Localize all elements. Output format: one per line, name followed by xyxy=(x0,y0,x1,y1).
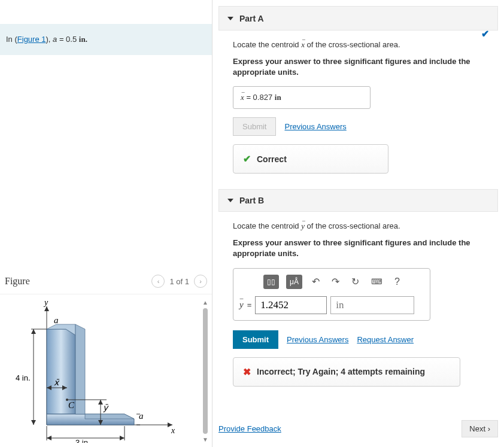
scroll-down-icon[interactable]: ▼ xyxy=(202,436,208,443)
equals: = 0.5 xyxy=(57,35,79,44)
three-in-label: 3 in. xyxy=(75,438,90,443)
y-axis-label: y xyxy=(43,299,48,307)
part-b-request-answer-link[interactable]: Request Answer xyxy=(357,335,414,344)
right-pane: Part A ✔ Locate the centroid x of the cr… xyxy=(212,0,504,447)
undo-button[interactable]: ↶ xyxy=(309,275,322,288)
part-b-btn-row: Submit Previous Answers Request Answer xyxy=(233,330,484,349)
ybar-label: y xyxy=(239,300,244,310)
x-icon: ✖ xyxy=(243,366,251,378)
a-right-label: a xyxy=(139,411,144,421)
correct-label: Correct xyxy=(257,154,287,164)
eq-sign: = xyxy=(247,300,252,309)
check-icon: ✔ xyxy=(243,153,251,165)
part-b-toolbar: ▯▯ μÅ ↶ ↷ ↻ ⌨ ? xyxy=(239,275,424,289)
part-b-prompt: Locate the centroid y of the cross-secti… xyxy=(233,221,484,232)
svg-marker-15 xyxy=(98,400,103,405)
part-a-answer: x = 0.827 in xyxy=(233,86,371,109)
svg-marker-7 xyxy=(31,329,36,334)
part-a-check-icon: ✔ xyxy=(481,28,489,39)
figure-body: y x xyxy=(0,294,212,447)
svg-marker-3 xyxy=(44,306,49,311)
part-b-input-row: y = xyxy=(239,296,424,314)
figure-section: Figure ‹ 1 of 1 › y x xyxy=(0,269,212,447)
reset-button[interactable]: ↻ xyxy=(349,275,362,288)
part-a-btn-row: Submit Previous Answers xyxy=(233,117,484,136)
figure-title: Figure xyxy=(5,276,30,287)
unit-in: in. xyxy=(79,35,87,44)
figure-nav: ‹ 1 of 1 › xyxy=(151,275,207,288)
part-b-header[interactable]: Part B xyxy=(218,189,498,212)
part-b-submit-button[interactable]: Submit xyxy=(233,330,278,349)
special-chars-button[interactable]: μÅ xyxy=(286,275,302,289)
part-b-body: Locate the centroid y of the cross-secti… xyxy=(218,212,498,396)
part-b-input-area: ▯▯ μÅ ↶ ↷ ↻ ⌨ ? y = xyxy=(233,268,430,321)
bottom-row: Provide Feedback Next › xyxy=(218,396,498,443)
scroll-thumb[interactable] xyxy=(203,308,208,434)
part-a-title: Part A xyxy=(239,14,264,23)
a-top-label: a xyxy=(54,315,59,325)
intro-prefix: In ( xyxy=(6,35,17,44)
templates-button[interactable]: ▯▯ xyxy=(263,275,279,289)
part-a-prompt: Locate the centroid x of the cross-secti… xyxy=(233,40,484,50)
intro-after: ), xyxy=(46,35,53,44)
part-a-panel: Part A ✔ Locate the centroid x of the cr… xyxy=(218,6,498,183)
part-a-body: Locate the centroid x of the cross-secti… xyxy=(218,31,498,183)
provide-feedback-link[interactable]: Provide Feedback xyxy=(218,424,281,433)
four-in-label: 4 in. xyxy=(16,373,31,382)
scroll-up-icon[interactable]: ▲ xyxy=(202,299,208,306)
figure-link[interactable]: Figure 1 xyxy=(17,35,46,44)
figure-next-button[interactable]: › xyxy=(194,275,207,288)
part-b-panel: Part B Locate the centroid y of the cros… xyxy=(218,189,498,396)
svg-marker-8 xyxy=(31,420,36,425)
part-a-prev-answers-link[interactable]: Previous Answers xyxy=(284,122,346,131)
part-b-value-input[interactable] xyxy=(255,296,327,314)
figure-pager: 1 of 1 xyxy=(169,277,189,286)
part-a-hint: Express your answer to three significant… xyxy=(233,56,484,78)
caret-down-icon xyxy=(227,199,233,202)
caret-down-icon xyxy=(227,17,233,20)
ybar-label: ȳ xyxy=(103,403,109,412)
part-a-answer-value: 0.827 xyxy=(253,93,275,102)
keyboard-button[interactable]: ⌨ xyxy=(369,276,385,287)
redo-button[interactable]: ↷ xyxy=(329,275,342,288)
svg-marker-20 xyxy=(120,436,125,440)
part-a-header[interactable]: Part A ✔ xyxy=(218,6,498,31)
left-pane: In (Figure 1), a = 0.5 in. Figure ‹ 1 of… xyxy=(0,0,212,447)
part-b-feedback: ✖ Incorrect; Try Again; 4 attempts remai… xyxy=(233,357,460,387)
incorrect-label: Incorrect; Try Again; 4 attempts remaini… xyxy=(257,367,425,376)
part-a-submit-button: Submit xyxy=(233,117,276,136)
part-b-unit-input[interactable] xyxy=(330,296,414,314)
figure-prev-button[interactable]: ‹ xyxy=(151,275,165,288)
part-a-answer-unit: in xyxy=(275,93,281,102)
x-axis-label: x xyxy=(171,426,175,435)
figure-diagram: y x xyxy=(5,299,178,443)
problem-intro: In (Figure 1), a = 0.5 in. xyxy=(0,24,212,55)
c-label: C xyxy=(68,400,75,410)
svg-marker-19 xyxy=(47,436,51,440)
part-a-feedback: ✔ Correct xyxy=(233,144,388,174)
figure-scrollbar[interactable]: ▲ ▼ xyxy=(202,299,208,443)
help-button[interactable]: ? xyxy=(392,275,402,288)
part-b-prev-answers-link[interactable]: Previous Answers xyxy=(287,335,348,344)
next-button[interactable]: Next › xyxy=(462,420,498,437)
figure-header: Figure ‹ 1 of 1 › xyxy=(0,269,212,294)
part-b-title: Part B xyxy=(239,196,264,205)
part-b-hint: Express your answer to three significant… xyxy=(233,238,484,259)
